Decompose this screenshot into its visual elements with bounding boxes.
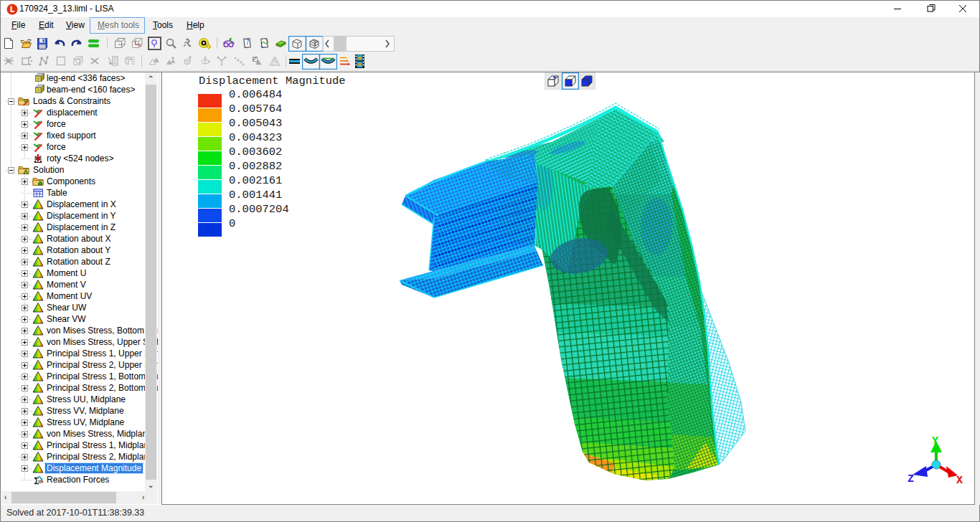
svg-text:0.004323: 0.004323 xyxy=(229,131,282,144)
svg-text:0.0007204: 0.0007204 xyxy=(229,203,289,216)
svg-text:0.005764: 0.005764 xyxy=(229,103,282,115)
svg-text:0.006484: 0.006484 xyxy=(229,88,282,101)
svg-text:7: 7 xyxy=(245,39,250,47)
svg-text:0.001441: 0.001441 xyxy=(229,189,282,201)
svg-text:0: 0 xyxy=(229,217,235,230)
svg-text:0.002882: 0.002882 xyxy=(229,160,282,173)
svg-text:Displacement Magnitude: Displacement Magnitude xyxy=(199,75,346,87)
svg-text:0.005043: 0.005043 xyxy=(229,117,282,130)
svg-text:0.002161: 0.002161 xyxy=(229,174,282,187)
svg-text:X: X xyxy=(956,475,963,487)
svg-text:0.003602: 0.003602 xyxy=(229,146,282,158)
svg-text:Y: Y xyxy=(932,435,938,447)
svg-text:Z: Z xyxy=(908,473,914,485)
